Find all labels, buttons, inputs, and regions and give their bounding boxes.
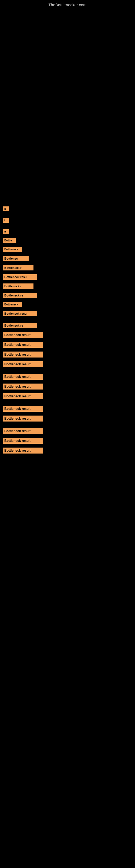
- bottleneck-label[interactable]: Bottlenec: [3, 256, 29, 261]
- bottleneck-label[interactable]: I: [3, 218, 9, 223]
- list-item: Bottleneck resu: [3, 311, 132, 316]
- site-title-container: TheBottlenecker.com: [0, 0, 135, 8]
- list-item: B: [3, 229, 132, 234]
- list-item: Bottleneck re: [3, 323, 132, 328]
- list-item: Bottle: [3, 238, 132, 243]
- list-item: Bottleneck: [3, 302, 132, 307]
- bottleneck-label[interactable]: Bottleneck result: [3, 428, 43, 434]
- list-item: Bottleneck result: [3, 438, 132, 444]
- bottleneck-label[interactable]: Bottleneck result: [3, 415, 43, 422]
- bottleneck-label[interactable]: Bottle: [3, 238, 16, 243]
- bottleneck-label[interactable]: Bottleneck result: [3, 332, 43, 338]
- list-item: Bottleneck result: [3, 428, 132, 434]
- bottleneck-label[interactable]: Bottleneck resu: [3, 274, 37, 280]
- bottleneck-label[interactable]: Bottleneck r: [3, 283, 34, 289]
- list-item: Bottleneck result: [3, 406, 132, 412]
- list-item: I: [3, 218, 132, 223]
- bottleneck-label[interactable]: Bottleneck result: [3, 438, 43, 444]
- chart-area: [5, 11, 130, 201]
- list-item: Bottleneck result: [3, 383, 132, 390]
- bottleneck-label[interactable]: Bottleneck r: [3, 265, 34, 271]
- bottleneck-label[interactable]: Bottleneck result: [3, 447, 43, 454]
- list-item: Bottleneck resu: [3, 274, 132, 280]
- bottleneck-label[interactable]: Bottleneck re: [3, 293, 37, 298]
- bottleneck-label[interactable]: Bottleneck: [3, 302, 22, 307]
- list-item: Bottleneck result: [3, 447, 132, 454]
- bottleneck-label[interactable]: Bottleneck result: [3, 351, 43, 358]
- list-item: Bottlenec: [3, 256, 132, 261]
- bottleneck-label[interactable]: Bottleneck: [3, 247, 22, 252]
- list-item: Bottleneck re: [3, 293, 132, 298]
- site-title: TheBottlenecker.com: [0, 0, 135, 8]
- bottleneck-list: BIBBottleBottleneckBottlenecBottleneck r…: [0, 207, 135, 454]
- list-item: Bottleneck result: [3, 393, 132, 399]
- bottleneck-label[interactable]: Bottleneck result: [3, 406, 43, 412]
- bottleneck-label[interactable]: B: [3, 229, 9, 234]
- list-item: Bottleneck result: [3, 374, 132, 380]
- list-item: Bottleneck result: [3, 332, 132, 338]
- list-item: Bottleneck r: [3, 265, 132, 271]
- bottleneck-label[interactable]: Bottleneck result: [3, 393, 43, 399]
- bottleneck-label[interactable]: B: [3, 207, 9, 211]
- bottleneck-label[interactable]: Bottleneck re: [3, 323, 37, 328]
- list-item: Bottleneck result: [3, 342, 132, 348]
- bottleneck-label[interactable]: Bottleneck result: [3, 342, 43, 348]
- bottleneck-label[interactable]: Bottleneck result: [3, 361, 43, 367]
- bottleneck-label[interactable]: Bottleneck result: [3, 383, 43, 390]
- list-item: Bottleneck: [3, 247, 132, 252]
- list-item: Bottleneck result: [3, 361, 132, 367]
- list-item: Bottleneck r: [3, 283, 132, 289]
- list-item: Bottleneck result: [3, 415, 132, 422]
- bottleneck-label[interactable]: Bottleneck result: [3, 374, 43, 380]
- list-item: Bottleneck result: [3, 351, 132, 358]
- list-item: B: [3, 207, 132, 211]
- bottleneck-label[interactable]: Bottleneck resu: [3, 311, 37, 316]
